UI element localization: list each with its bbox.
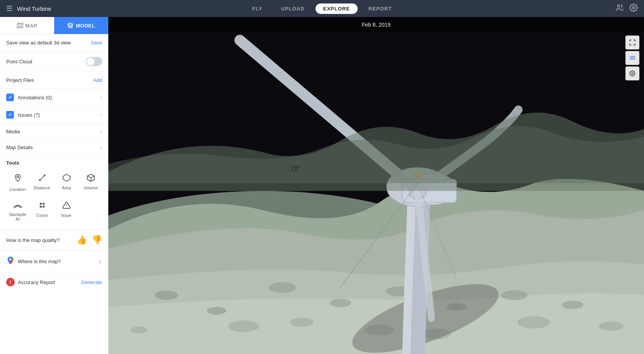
distance-label: Distance bbox=[34, 186, 50, 190]
thumbs-up-button[interactable]: 👍 bbox=[77, 235, 87, 245]
where-map-section[interactable]: Where is this map? ∨ bbox=[0, 250, 108, 272]
settings-3d-button[interactable] bbox=[625, 66, 639, 80]
tab-map[interactable]: MAP bbox=[0, 17, 54, 34]
scene-svg bbox=[108, 17, 644, 354]
media-item[interactable]: Media › bbox=[0, 124, 108, 140]
tool-issue[interactable]: Issue bbox=[55, 198, 78, 225]
issues-item[interactable]: Issues (7) › bbox=[0, 106, 108, 124]
svg-point-32 bbox=[518, 316, 550, 328]
tool-count[interactable]: Count bbox=[31, 198, 53, 225]
svg-point-13 bbox=[42, 203, 44, 205]
menu-icon[interactable]: ☰ bbox=[6, 4, 12, 13]
media-label: Media bbox=[6, 129, 96, 134]
right-controls: 3D bbox=[625, 36, 639, 80]
main-nav: FLY UPLOAD EXPLORE REPORT bbox=[244, 3, 400, 14]
where-map-expand-icon: ∨ bbox=[98, 259, 102, 265]
svg-marker-2 bbox=[17, 23, 23, 28]
nav-explore[interactable]: EXPLORE bbox=[315, 3, 357, 14]
tool-location[interactable]: Location bbox=[6, 170, 29, 195]
accuracy-warning-icon bbox=[6, 278, 15, 286]
svg-point-49 bbox=[632, 73, 633, 74]
save-view-label: Save view as default 3d view bbox=[6, 40, 71, 46]
volume-icon bbox=[87, 174, 95, 184]
save-view-section: Save view as default 3d view Save bbox=[0, 34, 108, 51]
area-label: Area bbox=[62, 186, 71, 190]
tool-area[interactable]: Area bbox=[55, 170, 78, 195]
svg-point-34 bbox=[290, 318, 313, 327]
issue-label: Issue bbox=[61, 213, 71, 218]
maps-pin-icon bbox=[6, 256, 15, 267]
svg-point-33 bbox=[131, 327, 148, 334]
date-label: Feb 8, 2019 bbox=[362, 22, 391, 28]
svg-line-6 bbox=[39, 175, 45, 181]
svg-point-36 bbox=[599, 322, 624, 331]
nav-report[interactable]: REPORT bbox=[361, 3, 400, 14]
location-icon bbox=[14, 174, 22, 186]
save-view-button[interactable]: Save bbox=[91, 40, 102, 46]
annotations-expand-icon: › bbox=[100, 94, 102, 100]
map-details-item[interactable]: Map Details › bbox=[0, 140, 108, 155]
volume-label: Volume bbox=[84, 186, 98, 190]
annotations-item[interactable]: Annotations (0) › bbox=[0, 89, 108, 106]
svg-point-0 bbox=[618, 5, 620, 7]
tool-placeholder bbox=[79, 198, 102, 225]
tools-section: Tools Location bbox=[0, 155, 108, 229]
tool-stockpile-ai[interactable]: Stockpile AI bbox=[6, 198, 29, 225]
svg-point-12 bbox=[39, 203, 42, 205]
toggle-knob bbox=[87, 58, 94, 65]
svg-point-28 bbox=[501, 290, 528, 300]
svg-point-5 bbox=[17, 176, 19, 178]
main-viewer[interactable]: Feb 8, 2019 bbox=[108, 17, 644, 354]
map-details-label: Map Details bbox=[6, 145, 96, 150]
quality-label: How is the map quality? bbox=[6, 237, 72, 243]
svg-point-1 bbox=[632, 7, 635, 9]
users-icon[interactable] bbox=[615, 3, 624, 14]
annotations-checkbox[interactable] bbox=[6, 94, 14, 101]
fullscreen-button[interactable] bbox=[625, 36, 639, 49]
quality-section: How is the map quality? 👍 👎 bbox=[0, 229, 108, 250]
svg-point-22 bbox=[155, 291, 178, 300]
tools-row-1: Location Distance bbox=[6, 170, 102, 195]
thumbs-down-button[interactable]: 👎 bbox=[92, 235, 102, 245]
map-details-expand-icon: › bbox=[100, 144, 102, 150]
stockpile-ai-icon bbox=[13, 201, 23, 211]
point-cloud-toggle[interactable] bbox=[86, 57, 102, 66]
svg-point-30 bbox=[228, 320, 259, 332]
header: ☰ Wind Turbine FLY UPLOAD EXPLORE REPORT bbox=[0, 0, 644, 17]
nav-upload[interactable]: UPLOAD bbox=[273, 3, 313, 14]
add-file-button[interactable]: Add bbox=[93, 77, 102, 83]
generate-report-button[interactable]: Generate bbox=[81, 279, 102, 285]
stockpile-ai-label: Stockpile AI bbox=[8, 212, 27, 221]
svg-point-23 bbox=[207, 307, 226, 315]
3d-label: 3D bbox=[629, 55, 635, 61]
accuracy-section: Accuracy Report Generate bbox=[0, 272, 108, 292]
date-bar: Feb 8, 2019 bbox=[108, 17, 644, 32]
location-label: Location bbox=[10, 187, 26, 192]
3d-view-button[interactable]: 3D bbox=[625, 51, 639, 65]
settings-icon[interactable] bbox=[629, 3, 638, 14]
project-files-section: Project Files Add bbox=[0, 72, 108, 89]
issues-label: Issues (7) bbox=[18, 112, 96, 118]
annotations-label: Annotations (0) bbox=[18, 95, 96, 100]
main-layout: MAP MODEL Save view as default 3d view S… bbox=[0, 17, 644, 354]
svg-point-29 bbox=[562, 301, 583, 309]
svg-point-15 bbox=[42, 206, 44, 208]
tool-distance[interactable]: Distance bbox=[31, 170, 53, 195]
accuracy-report-label: Accuracy Report bbox=[18, 279, 78, 285]
issue-icon bbox=[62, 201, 71, 211]
3d-scene[interactable]: ☞ bbox=[108, 17, 644, 354]
tools-row-2: Stockpile AI Count bbox=[6, 198, 102, 225]
point-cloud-section: Point Cloud bbox=[0, 51, 108, 72]
distance-icon bbox=[38, 174, 46, 184]
count-label: Count bbox=[36, 213, 48, 218]
count-icon bbox=[38, 201, 46, 211]
svg-point-24 bbox=[269, 282, 296, 293]
issues-checkbox[interactable] bbox=[6, 111, 14, 119]
svg-point-25 bbox=[330, 299, 351, 307]
svg-point-14 bbox=[39, 206, 42, 208]
tool-volume[interactable]: Volume bbox=[79, 170, 102, 195]
header-actions bbox=[615, 3, 638, 14]
nav-fly[interactable]: FLY bbox=[244, 3, 270, 14]
point-cloud-label: Point Cloud bbox=[6, 59, 32, 65]
tab-model[interactable]: MODEL bbox=[54, 17, 108, 34]
